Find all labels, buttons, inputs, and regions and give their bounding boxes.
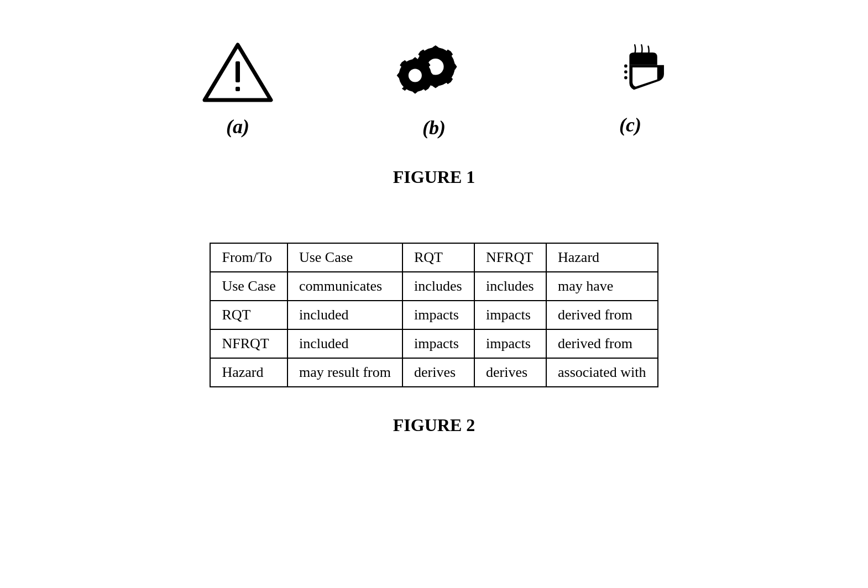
svg-rect-2 [236, 87, 240, 91]
header-nfrqt: NFRQT [474, 243, 546, 272]
icons-row: (a) [202, 39, 666, 139]
cell-derives-1: derives [402, 358, 474, 387]
cell-includes-1: includes [402, 272, 474, 301]
icon-label-b: (b) [422, 116, 446, 139]
icon-item-b: (b) [395, 39, 473, 139]
cell-impacts-2: impacts [474, 301, 546, 329]
cell-impacts-4: impacts [474, 329, 546, 358]
icon-label-c: (c) [619, 113, 641, 136]
svg-point-23 [624, 65, 628, 68]
header-rqt: RQT [402, 243, 474, 272]
table-row: Use Case communicates includes includes … [210, 272, 657, 301]
svg-point-25 [624, 76, 628, 80]
cell-impacts-1: impacts [402, 301, 474, 329]
cell-may-have: may have [546, 272, 658, 301]
cell-rqt-row: RQT [210, 301, 287, 329]
icon-label-a: (a) [226, 115, 249, 138]
cell-included-2: included [287, 329, 402, 358]
cell-impacts-3: impacts [402, 329, 474, 358]
icon-item-a: (a) [202, 40, 274, 138]
cell-includes-2: includes [474, 272, 546, 301]
table-header-row: From/To Use Case RQT NFRQT Hazard [210, 243, 657, 272]
figure2-caption: FIGURE 2 [393, 415, 475, 435]
table-row: NFRQT included impacts impacts derived f… [210, 329, 657, 358]
figure2-section: From/To Use Case RQT NFRQT Hazard Use Ca… [33, 243, 835, 469]
page-container: (a) [0, 0, 868, 588]
cell-derives-2: derives [474, 358, 546, 387]
svg-point-24 [624, 70, 628, 74]
header-hazard: Hazard [546, 243, 658, 272]
header-from-to: From/To [210, 243, 287, 272]
cell-communicates: communicates [287, 272, 402, 301]
iron-icon [594, 41, 666, 102]
svg-point-22 [409, 69, 422, 82]
icon-item-c: (c) [594, 41, 666, 136]
warning-triangle-icon [202, 40, 274, 104]
figure1-caption: FIGURE 1 [393, 167, 475, 187]
gears-icon [395, 39, 473, 105]
cell-derived-from-2: derived from [546, 329, 658, 358]
cell-hazard-row: Hazard [210, 358, 287, 387]
table-row: Hazard may result from derives derives a… [210, 358, 657, 387]
cell-included-1: included [287, 301, 402, 329]
cell-derived-from-1: derived from [546, 301, 658, 329]
relationship-table: From/To Use Case RQT NFRQT Hazard Use Ca… [210, 243, 658, 387]
header-use-case: Use Case [287, 243, 402, 272]
svg-rect-1 [236, 61, 240, 82]
cell-use-case-row: Use Case [210, 272, 287, 301]
cell-associated-with: associated with [546, 358, 658, 387]
cell-nfrqt-row: NFRQT [210, 329, 287, 358]
table-row: RQT included impacts impacts derived fro… [210, 301, 657, 329]
figure1-section: (a) [33, 39, 835, 221]
cell-may-result-from: may result from [287, 358, 402, 387]
